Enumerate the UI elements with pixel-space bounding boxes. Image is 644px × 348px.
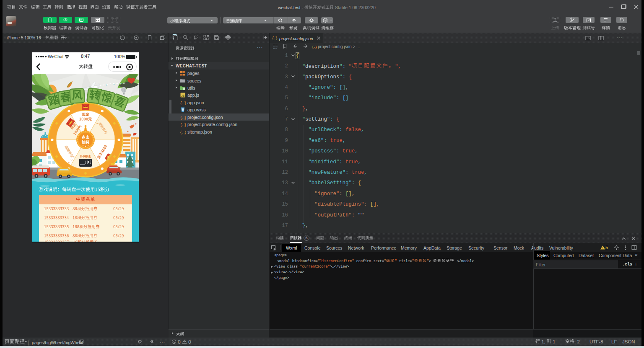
svg-text:{..}: {..}: [312, 45, 317, 49]
svg-text:JS: JS: [181, 94, 185, 97]
svg-text:{..}: {..}: [272, 36, 278, 40]
svg-text:{..}: {..}: [180, 101, 186, 105]
svg-text:!: !: [602, 247, 603, 250]
svg-text:{..}: {..}: [180, 116, 186, 120]
svg-text:{..}: {..}: [180, 130, 186, 134]
svg-text:{..}: {..}: [180, 123, 186, 127]
